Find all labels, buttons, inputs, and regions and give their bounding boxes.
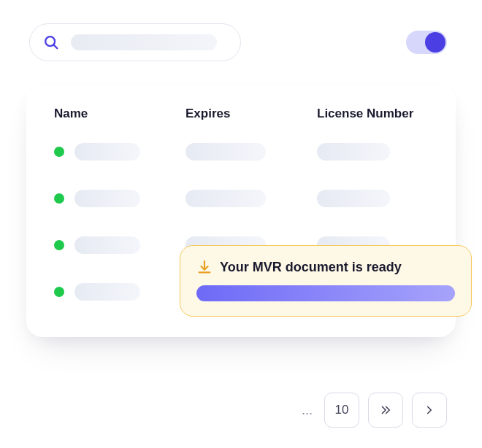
cell-license-placeholder bbox=[317, 143, 390, 161]
page-number-button[interactable]: 10 bbox=[324, 393, 359, 428]
status-dot bbox=[54, 193, 64, 204]
table-row[interactable] bbox=[50, 128, 432, 175]
search-placeholder bbox=[71, 34, 217, 50]
toggle-switch[interactable] bbox=[406, 31, 447, 54]
cell-name-placeholder bbox=[74, 283, 140, 301]
download-toast[interactable]: Your MVR document is ready bbox=[180, 245, 472, 317]
pagination: ... 10 bbox=[302, 393, 447, 428]
download-icon bbox=[196, 259, 213, 275]
cell-name-placeholder bbox=[74, 190, 140, 207]
header-row bbox=[0, 0, 482, 61]
toast-title: Your MVR document is ready bbox=[220, 260, 402, 275]
status-dot bbox=[54, 147, 64, 157]
page-next-button[interactable] bbox=[412, 393, 447, 428]
column-header-license: License Number bbox=[317, 107, 428, 121]
pagination-ellipsis: ... bbox=[302, 403, 313, 418]
cell-expires-placeholder bbox=[185, 190, 266, 207]
search-input[interactable] bbox=[29, 23, 241, 61]
toggle-knob bbox=[425, 32, 445, 53]
cell-name-placeholder bbox=[74, 143, 140, 161]
status-dot bbox=[54, 240, 64, 250]
svg-line-1 bbox=[54, 45, 58, 49]
search-icon bbox=[43, 34, 59, 50]
progress-bar bbox=[196, 285, 455, 301]
chevron-right-icon bbox=[423, 403, 436, 417]
double-chevron-right-icon bbox=[379, 403, 392, 417]
page-fast-forward-button[interactable] bbox=[368, 393, 403, 428]
table-header: Name Expires License Number bbox=[50, 107, 432, 128]
column-header-expires: Expires bbox=[185, 107, 317, 121]
cell-name-placeholder bbox=[74, 236, 140, 254]
column-header-name: Name bbox=[54, 107, 185, 121]
status-dot bbox=[54, 287, 64, 297]
table-row[interactable] bbox=[50, 175, 432, 222]
cell-expires-placeholder bbox=[185, 143, 266, 161]
cell-license-placeholder bbox=[317, 190, 390, 207]
